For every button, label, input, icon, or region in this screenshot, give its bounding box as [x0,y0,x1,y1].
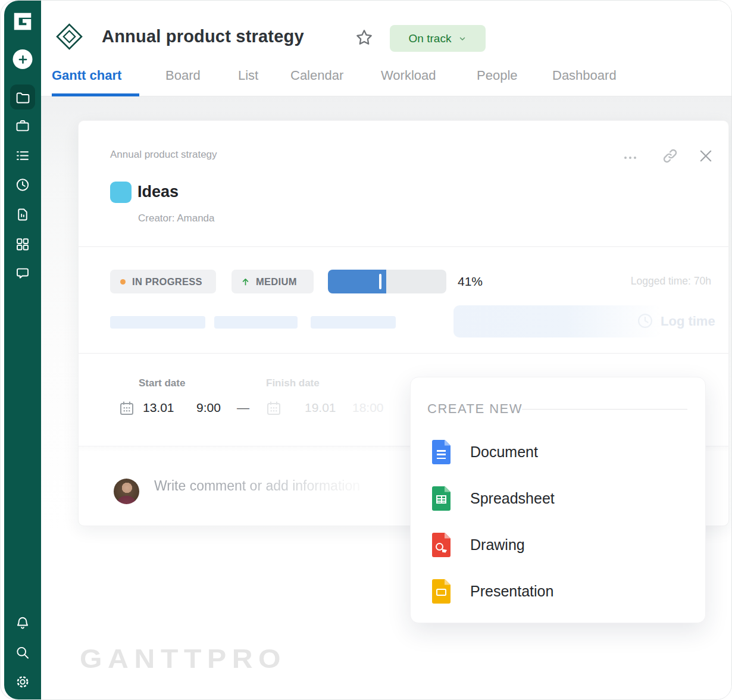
menu-item-label: Document [470,443,538,461]
task-color-swatch[interactable] [110,182,132,203]
project-header: Annual product strategy On track Gantt c… [41,1,731,96]
ganttpro-g-logo [11,10,35,33]
sidebar-item-projects[interactable] [10,85,35,110]
sidebar-item-tasks[interactable] [15,148,31,164]
finish-date-value[interactable]: 19.01 [305,401,336,415]
progress-handle[interactable] [379,274,381,289]
priority-badge[interactable]: MEDIUM [232,270,314,293]
status-dropdown[interactable]: On track [390,25,486,52]
date-range-separator: — [237,401,249,415]
menu-item-document[interactable]: Document [432,429,691,475]
task-creator: Creator: Amanda [138,212,215,224]
log-time-clock-icon [636,311,655,330]
app-window: Annual product strategy On track Gantt c… [0,0,732,700]
sidebar-item-reports[interactable] [15,207,31,223]
skeleton-bar [110,316,205,329]
create-new-menu: CREATE NEW Document Spreadsheet Drawing … [410,377,706,623]
clock-icon [15,177,31,193]
status-badge-label: IN PROGRESS [132,276,202,288]
start-date-label: Start date [139,377,185,389]
active-tab-underline [52,93,139,96]
arrow-up-icon [240,277,251,287]
menu-item-spreadsheet[interactable]: Spreadsheet [432,475,691,521]
menu-item-label: Drawing [470,536,525,554]
task-name: Ideas [137,183,179,201]
chevron-down-icon [458,35,467,43]
project-logo-icon [55,23,83,51]
sidebar [4,1,41,699]
ganttpro-watermark: GANTTPRO [80,643,286,674]
tab-list[interactable]: List [238,68,258,83]
tab-gantt-chart[interactable]: Gantt chart [52,68,121,83]
bell-icon [15,615,31,631]
notifications-button[interactable] [15,615,31,631]
log-time-skeleton-bar [453,305,661,338]
list-icon [15,148,31,164]
close-icon[interactable] [697,148,714,164]
priority-badge-label: MEDIUM [256,276,297,288]
breadcrumb: Annual product strategy [110,149,217,161]
folder-icon [15,89,31,105]
create-new-menu-items: Document Spreadsheet Drawing Presentatio… [432,429,691,614]
google-spreadsheet-icon [432,486,451,511]
progress-slider[interactable] [328,270,446,293]
progress-fill [328,270,386,293]
sidebar-item-comments[interactable] [15,265,31,282]
gear-icon [15,674,31,690]
menu-item-label: Spreadsheet [470,490,555,507]
menu-item-presentation[interactable]: Presentation [432,568,691,614]
divider [79,246,728,247]
tab-workload[interactable]: Workload [381,68,436,83]
sidebar-item-workspaces[interactable] [15,236,31,252]
search-button[interactable] [15,645,31,661]
google-document-icon [432,440,451,464]
logged-time-label: Logged time: 70h [631,275,711,288]
status-dropdown-label: On track [409,32,452,45]
google-drawing-icon [432,533,451,557]
tab-dashboard[interactable]: Dashboard [552,68,617,83]
chat-icon [15,265,31,282]
finish-time-value[interactable]: 18:00 [352,401,384,415]
menu-item-label: Presentation [470,583,553,600]
start-date-value[interactable]: 13.01 [143,401,174,415]
favorite-star-icon[interactable] [355,28,374,47]
report-icon [15,207,31,223]
grid-icon [15,236,31,252]
menu-item-drawing[interactable]: Drawing [432,521,691,568]
more-options-icon[interactable] [622,149,639,166]
briefcase-icon [15,118,31,134]
sidebar-item-portfolio[interactable] [15,118,31,134]
create-new-menu-title: CREATE NEW [427,401,523,417]
google-presentation-icon [432,579,451,604]
page-title: Annual product strategy [102,27,304,46]
skeleton-bar [214,316,298,329]
progress-percent: 41% [458,274,483,289]
add-button[interactable] [13,49,33,69]
status-badge[interactable]: IN PROGRESS [110,270,216,293]
user-avatar [114,479,139,504]
divider [79,353,728,354]
divider [522,409,687,410]
tab-calendar[interactable]: Calendar [290,68,343,83]
settings-button[interactable] [15,674,31,690]
comment-input[interactable]: Write comment or add information [154,478,360,494]
link-icon[interactable] [661,147,678,164]
finish-date-label: Finish date [266,377,320,389]
status-dot-icon [120,279,126,285]
tab-people[interactable]: People [477,68,518,83]
log-time-button[interactable]: Log time [661,314,715,329]
calendar-icon[interactable] [265,399,283,417]
tab-board[interactable]: Board [165,68,201,83]
skeleton-bar [311,316,396,329]
sidebar-item-time-log[interactable] [15,177,31,193]
search-icon [15,645,31,661]
calendar-icon[interactable] [118,399,136,417]
start-time-value[interactable]: 9:00 [196,401,221,415]
